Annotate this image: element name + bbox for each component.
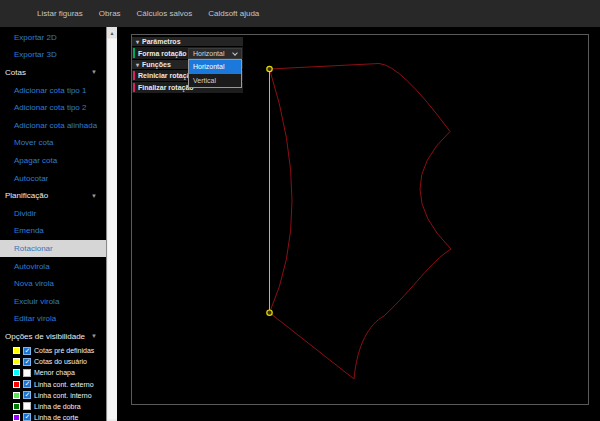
collapse-triangle-icon: ▾ (136, 61, 139, 68)
menu-calculos-salvos[interactable]: Cálculos salvos (137, 9, 193, 18)
sidebar-item-adicionar-cota-tipo-1[interactable]: Adicionar cota tipo 1 (0, 81, 106, 99)
section-label: Cotas (5, 68, 26, 77)
sidebar-item-mover-cota[interactable]: Mover cota (0, 134, 106, 152)
sidebar-item-excluir-virola[interactable]: Excluir virola (0, 292, 106, 310)
color-swatch (13, 392, 20, 399)
color-swatch (13, 381, 20, 388)
select-value: Horizontal (193, 50, 225, 57)
section-label: Opções de visibilidade (5, 332, 85, 341)
menu-obras[interactable]: Obras (99, 9, 121, 18)
sidebar-section-cotas[interactable]: Cotas ▼ (0, 64, 106, 82)
application-window: Listar figuras Obras Cálculos salvos Cal… (0, 0, 600, 421)
forma-rotacao-select[interactable]: Horizontal (188, 48, 242, 59)
chevron-down-icon (232, 50, 238, 56)
button-accent-bar (133, 71, 135, 80)
visibility-row: Linha de dobra (0, 401, 106, 412)
section-label: Planificação (5, 191, 48, 200)
sidebar-item-dividir[interactable]: Dividir (0, 204, 106, 222)
sidebar-item-adicionar-cota-tipo-2[interactable]: Adicionar cota tipo 2 (0, 99, 106, 117)
sidebar: Exportar 2D Exportar 3D Cotas ▼ Adiciona… (0, 27, 106, 421)
checkbox[interactable] (23, 413, 31, 421)
sidebar-section-planificacao[interactable]: Planificação ▼ (0, 187, 106, 205)
button-label: Reiniciar rotação (138, 72, 195, 79)
color-swatch (13, 358, 20, 365)
button-label: Finalizar rotação (138, 84, 194, 91)
sidebar-item-nova-virola[interactable]: Nova virola (0, 275, 106, 293)
field-accent-bar (133, 48, 135, 58)
figure-outline (270, 64, 452, 380)
chevron-down-icon: ▼ (91, 333, 97, 339)
visibility-row: Menor chapa (0, 367, 106, 378)
color-swatch (13, 414, 20, 421)
axis-handle-top[interactable] (267, 66, 272, 71)
sidebar-item-editar-virola[interactable]: Editar virola (0, 310, 106, 328)
visibility-row: Cotas pré definidas (0, 345, 106, 356)
visibility-label: Linha cont. externo (34, 381, 94, 388)
sidebar-item-autovirola[interactable]: Autovirola (0, 257, 106, 275)
dropdown-option-horizontal[interactable]: Horizontal (189, 60, 241, 74)
sidebar-item-rotacionar[interactable]: Rotacionar (0, 240, 106, 258)
checkbox[interactable] (23, 358, 31, 366)
sidebar-item-exportar-3d[interactable]: Exportar 3D (0, 46, 106, 64)
visibility-row: Linha de corte (0, 412, 106, 421)
visibility-row: Linha cont. externo (0, 378, 106, 389)
panel-section-label: Funções (142, 61, 171, 68)
button-accent-bar (133, 83, 135, 92)
checkbox[interactable] (23, 391, 31, 399)
color-swatch (13, 369, 20, 376)
panel-section-label: Parâmetros (142, 38, 181, 45)
checkbox[interactable] (23, 347, 31, 355)
checkbox[interactable] (23, 380, 31, 388)
checkbox[interactable] (23, 402, 31, 410)
axis-handle-bottom[interactable] (267, 310, 272, 315)
sidebar-item-exportar-2d[interactable]: Exportar 2D (0, 29, 106, 47)
chevron-down-icon: ▼ (91, 69, 97, 75)
visibility-label: Linha de corte (34, 414, 78, 421)
visibility-label: Cotas pré definidas (34, 347, 94, 354)
collapse-triangle-icon: ▾ (136, 38, 139, 45)
rotation-dropdown-popup: Horizontal Vertical (188, 59, 242, 88)
visibility-label: Linha cont. interno (34, 392, 92, 399)
sidebar-item-autocotar[interactable]: Autocotar (0, 169, 106, 187)
visibility-label: Menor chapa (34, 369, 75, 376)
chevron-down-icon: ▼ (91, 193, 97, 199)
color-swatch (13, 347, 20, 354)
scrollbar-up-arrow-icon[interactable]: ▲ (107, 27, 117, 38)
visibility-label: Linha de dobra (34, 403, 81, 410)
panel-section-parametros[interactable]: ▾ Parâmetros (132, 37, 243, 47)
sidebar-scrollbar[interactable]: ▲ (106, 27, 117, 421)
sidebar-section-opcoes-visibilidade[interactable]: Opções de visibilidade ▼ (0, 328, 106, 346)
sidebar-item-adicionar-cota-alinhada[interactable]: Adicionar cota alinhada (0, 116, 106, 134)
forma-rotacao-label: Forma rotação (132, 50, 188, 57)
top-menu-bar: Listar figuras Obras Cálculos salvos Cal… (0, 0, 600, 27)
menu-caldsoft-ajuda[interactable]: Caldsoft ajuda (208, 9, 259, 18)
color-swatch (13, 403, 20, 410)
menu-listar-figuras[interactable]: Listar figuras (37, 9, 83, 18)
dropdown-option-vertical[interactable]: Vertical (189, 74, 241, 88)
visibility-row: Cotas do usuário (0, 356, 106, 367)
checkbox[interactable] (23, 369, 31, 377)
sidebar-item-apagar-cota[interactable]: Apagar cota (0, 152, 106, 170)
visibility-row: Linha cont. interno (0, 390, 106, 401)
scrollbar-thumb[interactable] (108, 39, 117, 419)
visibility-label: Cotas do usuário (34, 358, 87, 365)
sidebar-item-emenda[interactable]: Emenda (0, 222, 106, 240)
